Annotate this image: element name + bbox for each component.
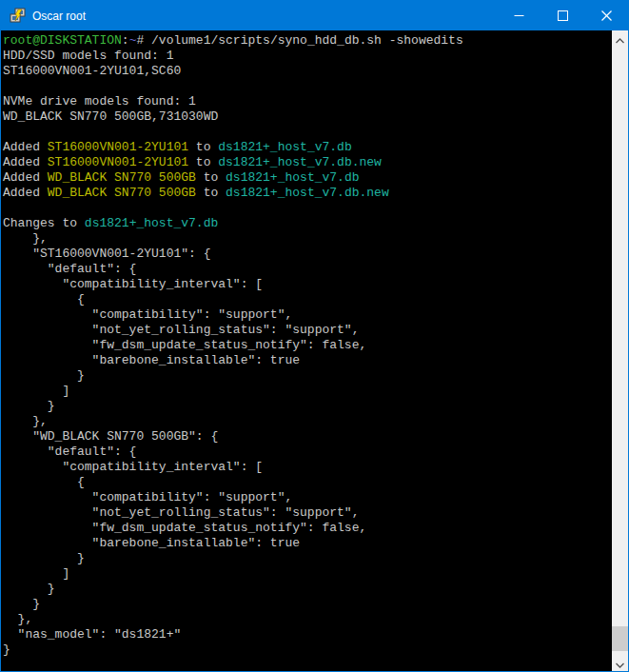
terminal-line: "compatibility": "support", [3,307,612,323]
terminal-line: "ST16000VN001-2YU101": { [3,247,612,262]
scrollbar-track[interactable] [612,47,628,655]
minimize-button[interactable] [497,1,541,30]
terminal-line [3,125,612,140]
terminal-line: }, [3,612,612,627]
terminal-line: } [3,597,612,612]
terminal-line: Added ST16000VN001-2YU101 to ds1821+_hos… [3,140,612,155]
putty-icon[interactable] [9,8,26,25]
scroll-down-button[interactable] [612,655,628,671]
terminal-line: { [3,475,612,490]
terminal-line: } [3,642,612,658]
terminal-line [3,79,612,94]
terminal-line [3,201,612,216]
terminal-line: ] [3,566,612,582]
terminal-line: "fw_dsm_update_status_notify": false, [3,338,612,353]
terminal-line: } [3,582,612,597]
maximize-button[interactable] [541,1,584,30]
terminal-line: "WD_BLACK SN770 500GB": { [3,429,612,445]
terminal-line: "not_yet_rolling_status": "support", [3,505,612,521]
terminal-line: "fw_dsm_update_status_notify": false, [3,521,612,536]
close-icon [601,8,612,25]
title-bar[interactable]: Oscar root [1,1,628,30]
window-controls [497,1,628,30]
terminal-line: WD_BLACK SN770 500GB,731030WD [3,109,612,125]
terminal-line: Added ST16000VN001-2YU101 to ds1821+_hos… [3,155,612,170]
terminal-line: HDD/SSD models found: 1 [3,49,612,64]
window-body: root@DISKSTATION:~# /volume1/scripts/syn… [1,30,628,671]
scrollbar-thumb[interactable] [612,626,628,651]
terminal-line: Changes to ds1821+_host_v7.db [3,216,612,231]
terminal-line: Added WD_BLACK SN770 500GB to ds1821+_ho… [3,170,612,186]
terminal-line: ] [3,384,612,399]
terminal-line: ST16000VN001-2YU101,SC60 [3,64,612,79]
terminal-line: { [3,292,612,307]
scroll-up-button[interactable] [612,30,628,47]
terminal-line: } [3,399,612,414]
terminal-line: "default": { [3,445,612,460]
putty-window: Oscar root root@DISKSTATION:~# /volume1/… [0,0,629,672]
maximize-icon [558,8,568,25]
scrollbar[interactable] [612,30,628,671]
close-button[interactable] [584,1,628,30]
terminal-output[interactable]: root@DISKSTATION:~# /volume1/scripts/syn… [1,30,612,671]
terminal-line: "compatibility": "support", [3,490,612,505]
terminal-line: }, [3,414,612,429]
terminal-line: "default": { [3,262,612,277]
terminal-line: } [3,551,612,566]
terminal-line: Added WD_BLACK SN770 500GB to ds1821+_ho… [3,186,612,201]
chevron-up-icon [616,30,624,48]
terminal-line: "not_yet_rolling_status": "support", [3,323,612,338]
terminal-line: "nas_model": "ds1821+" [3,627,612,642]
window-title: Oscar root [32,10,86,23]
terminal-line: root@DISKSTATION:~# /volume1/scripts/syn… [3,33,612,49]
terminal-line: NVMe drive models found: 1 [3,94,612,109]
terminal-line: "barebone_installable": true [3,536,612,551]
minimize-icon [514,8,524,25]
chevron-down-icon [616,655,624,672]
terminal-line: } [3,368,612,384]
terminal-line: }, [3,231,612,247]
terminal-line: "barebone_installable": true [3,353,612,368]
terminal-line: "compatibility_interval": [ [3,277,612,292]
terminal-line: "compatibility_interval": [ [3,460,612,475]
